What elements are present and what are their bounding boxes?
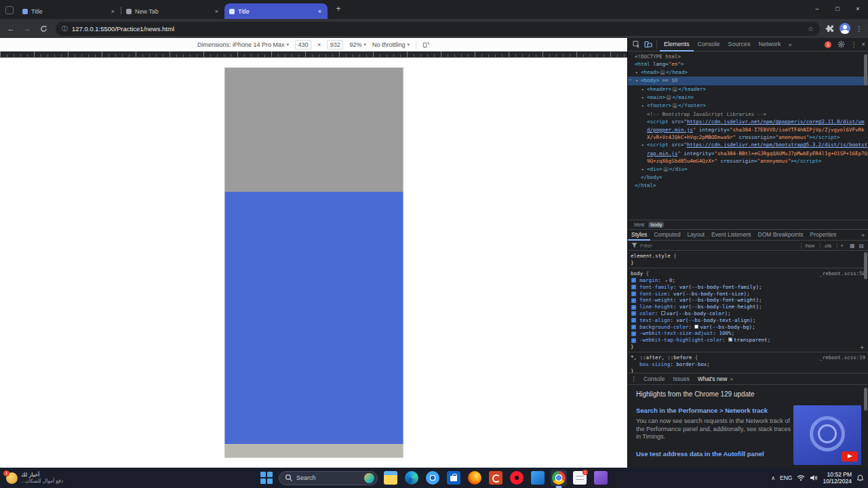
elements-scrollbar[interactable] xyxy=(864,54,867,85)
grid-overlay-icon[interactable]: ▦ xyxy=(849,243,856,249)
css-property-row[interactable]: ✓-webkit-text-size-adjust: 100%; xyxy=(631,330,865,337)
toggle-hover-state-button[interactable]: :hov xyxy=(801,243,817,249)
bookmark-star-icon[interactable]: ☆ xyxy=(808,25,814,33)
sidebar-tab-properties[interactable]: Properties xyxy=(807,229,840,241)
sidebar-tab-dom-breakpoints[interactable]: DOM Breakpoints xyxy=(755,229,807,241)
styles-filter-input[interactable] xyxy=(640,243,798,249)
css-property-row[interactable]: ✓font-family: var(--bs-body-font-family)… xyxy=(631,284,865,291)
drawer-tab-console[interactable]: Console xyxy=(639,373,669,385)
start-button[interactable] xyxy=(259,470,274,485)
dom-node[interactable]: </html> xyxy=(628,182,868,189)
error-count-badge[interactable]: 1 xyxy=(825,41,831,48)
expand-arrow-icon[interactable]: ▸ xyxy=(642,166,647,174)
css-property-row[interactable]: ✓margin: ▸0; xyxy=(631,277,865,284)
css-selector[interactable]: *, ::after, ::before xyxy=(631,354,692,361)
sidebar-tab-computed[interactable]: Computed xyxy=(650,229,684,241)
property-checkbox[interactable]: ✓ xyxy=(631,278,636,283)
stylesheet-link[interactable]: _reboot.scss:50 xyxy=(819,270,865,277)
tab-search-icon[interactable] xyxy=(5,6,14,14)
taskbar-app-edge[interactable] xyxy=(403,470,420,486)
drawer-tab-what-s-new[interactable]: What's new× xyxy=(694,373,737,385)
drawer-tab-issues[interactable]: Issues xyxy=(669,373,694,385)
dom-node[interactable]: <script src="https://cdn.jsdelivr.net/np… xyxy=(628,118,868,141)
viewport-width-input[interactable] xyxy=(295,40,311,49)
property-checkbox[interactable]: ✓ xyxy=(631,325,636,329)
language-indicator[interactable]: ENG xyxy=(780,474,792,481)
dom-node[interactable]: <!-- Bootstrap JavaScript Libraries --> xyxy=(628,110,868,118)
breadcrumb-html[interactable]: html xyxy=(632,222,646,228)
property-checkbox[interactable]: ✓ xyxy=(631,311,636,316)
taskbar-clock[interactable]: 10:52 PM 10/12/2024 xyxy=(823,471,852,485)
browser-menu-icon[interactable]: ⋮ xyxy=(856,25,863,33)
devtools-tab-network[interactable]: Network xyxy=(755,38,785,52)
add-property-button[interactable]: + xyxy=(861,344,864,350)
new-tab-button[interactable]: + xyxy=(333,4,344,15)
profile-avatar[interactable] xyxy=(840,23,850,34)
reload-button[interactable] xyxy=(37,22,50,35)
settings-gear-icon[interactable] xyxy=(835,39,846,50)
back-button[interactable]: ← xyxy=(4,22,18,35)
address-bar[interactable]: ⓘ 127.0.0.1:5500/Practice1/news.html ☆ xyxy=(56,22,820,36)
dom-node[interactable]: </body> xyxy=(628,174,868,181)
expand-arrow-icon[interactable]: ▸ xyxy=(642,142,647,149)
site-info-icon[interactable]: ⓘ xyxy=(62,24,68,33)
emulated-viewport[interactable] xyxy=(224,68,403,458)
taskbar-app-firefox[interactable] xyxy=(467,470,483,486)
whats-new-heading[interactable]: Use test address data in the Autofill pa… xyxy=(636,450,791,458)
stylesheet-link[interactable]: _reboot.scss:19 xyxy=(819,354,865,361)
video-thumbnail[interactable] xyxy=(793,405,861,465)
dom-node[interactable]: ▸<header>…</header> xyxy=(628,85,868,94)
dom-node[interactable]: ▸<footer>…</footer> xyxy=(628,102,868,110)
property-checkbox[interactable]: ✓ xyxy=(631,318,636,323)
css-property-row[interactable]: ✓-webkit-tap-highlight-color: transparen… xyxy=(631,337,865,344)
taskbar-app-photos[interactable] xyxy=(425,470,441,486)
css-property-row[interactable]: box-sizing: border-box; xyxy=(631,361,865,368)
dom-node[interactable]: <!DOCTYPE html> xyxy=(628,53,868,60)
taskbar-app-chrome[interactable] xyxy=(551,470,567,486)
tab-close-icon[interactable]: × xyxy=(214,8,220,15)
property-checkbox[interactable]: ✓ xyxy=(631,305,636,310)
drawer-menu-icon[interactable]: ⋮ xyxy=(631,375,637,382)
toggle-class-button[interactable]: .cls xyxy=(820,243,834,249)
expand-arrow-icon[interactable]: ▸ xyxy=(642,94,647,102)
widgets-button[interactable]: 1 أخبار لك دفع أموال للسكان... xyxy=(3,468,66,488)
collapse-arrow-icon[interactable]: ▾ xyxy=(635,77,641,85)
dom-node-selected[interactable]: ⋯▾<body> == $0 xyxy=(628,77,868,85)
youtube-play-icon[interactable] xyxy=(842,451,858,462)
volume-icon[interactable] xyxy=(810,474,818,481)
extensions-puzzle-icon[interactable] xyxy=(825,24,834,33)
expand-shorthand-icon[interactable]: ▸ xyxy=(665,278,668,283)
drawer-scrollbar[interactable] xyxy=(864,388,867,411)
search-highlight-image[interactable] xyxy=(364,473,374,483)
dom-node[interactable]: <html lang="en"> xyxy=(628,60,868,68)
whats-new-heading[interactable]: Search in the Performance > Network trac… xyxy=(636,407,791,414)
property-checkbox[interactable]: ✓ xyxy=(631,298,636,303)
hidden-icons-chevron[interactable]: ∧ xyxy=(771,475,775,481)
property-checkbox[interactable]: ✓ xyxy=(631,285,636,289)
notification-bell-icon[interactable] xyxy=(856,474,864,482)
wifi-icon[interactable] xyxy=(797,474,805,481)
taskbar-app-visual-studio[interactable] xyxy=(593,470,609,486)
window-minimize-button[interactable]: – xyxy=(807,0,827,19)
inspect-element-icon[interactable] xyxy=(631,39,642,50)
property-checkbox[interactable]: ✓ xyxy=(631,338,636,343)
property-checkbox[interactable]: ✓ xyxy=(631,331,636,336)
sidebar-tab-layout[interactable]: Layout xyxy=(684,229,708,241)
breadcrumb-body[interactable]: body xyxy=(648,222,664,228)
dom-node[interactable]: ▸<main>…</main> xyxy=(628,94,868,102)
dom-node[interactable]: ▸<script src="https://cdn.jsdelivr.net/n… xyxy=(628,141,868,165)
sidebar-more-tabs-button[interactable]: » xyxy=(858,232,868,239)
device-toolbar-toggle-icon[interactable] xyxy=(643,39,654,50)
taskbar-app-powerpoint[interactable] xyxy=(488,470,504,486)
sidebar-tab-styles[interactable]: Styles xyxy=(628,229,650,241)
css-property-row[interactable]: ✓text-align: var(--bs-body-text-align); xyxy=(631,317,865,324)
expand-arrow-icon[interactable]: ▸ xyxy=(635,69,641,77)
color-swatch[interactable] xyxy=(694,325,698,329)
drawer-tab-close-icon[interactable]: × xyxy=(730,373,733,385)
devtools-tab-elements[interactable]: Elements xyxy=(660,38,694,52)
tab[interactable]: New Tab× xyxy=(121,3,224,19)
taskbar-app-vscode[interactable] xyxy=(530,470,546,486)
expand-arrow-icon[interactable]: ▸ xyxy=(642,102,647,110)
viewport-height-input[interactable] xyxy=(327,40,343,49)
taskbar-search[interactable]: Search xyxy=(279,471,378,485)
